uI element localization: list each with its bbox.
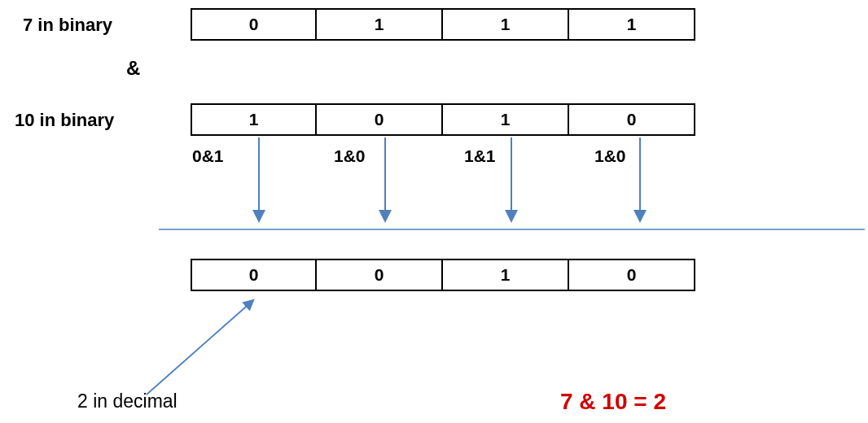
bit-cell: 0 bbox=[569, 259, 695, 291]
bit-cell: 0 bbox=[191, 259, 317, 291]
bit-cell: 0 bbox=[317, 259, 443, 291]
bitwise-and-diagram: 7 in binary 0 1 1 1 & 10 in binary 1 0 1… bbox=[0, 0, 868, 423]
bit-cell: 1 bbox=[443, 259, 569, 291]
arrows-svg bbox=[0, 0, 868, 423]
result-bits: 0 0 1 0 bbox=[191, 259, 695, 291]
result-pointer-arrow-icon bbox=[147, 301, 252, 395]
result-expression: 7 & 10 = 2 bbox=[560, 389, 666, 415]
result-decimal-label: 2 in decimal bbox=[77, 390, 178, 412]
